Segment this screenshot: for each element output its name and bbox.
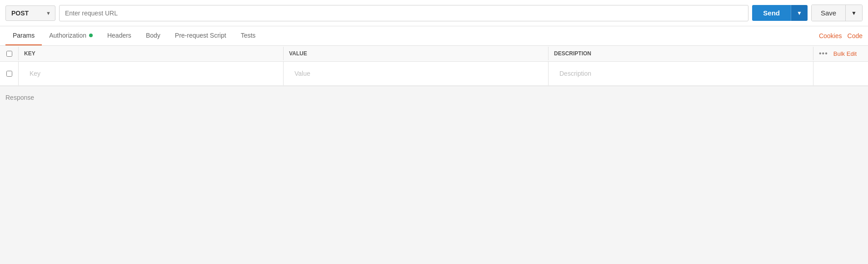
save-button-group: Save ▼: [811, 5, 863, 21]
tabs-right-links: Cookies Code: [819, 32, 863, 39]
cookies-link[interactable]: Cookies: [819, 32, 842, 39]
send-dropdown-button[interactable]: ▼: [791, 5, 808, 21]
col-description-header: DESCRIPTION: [549, 47, 813, 60]
key-input[interactable]: [24, 65, 278, 82]
row-checkbox[interactable]: [6, 71, 12, 77]
tab-authorization-label: Authorization: [49, 32, 86, 39]
response-section: Response: [0, 86, 868, 109]
tab-pre-request-script-label: Pre-request Script: [175, 32, 226, 39]
method-select[interactable]: POST GET PUT DELETE PATCH HEAD OPTIONS: [5, 5, 55, 21]
col-key-header: KEY: [18, 47, 284, 60]
bulk-edit-button[interactable]: Bulk Edit: [833, 50, 857, 57]
col-value-header: VALUE: [284, 47, 549, 60]
row-value-col: [284, 62, 549, 85]
col-actions-header: ••• Bulk Edit: [813, 46, 868, 61]
response-label: Response: [5, 94, 34, 101]
select-all-checkbox[interactable]: [6, 51, 12, 57]
tab-params-label: Params: [13, 32, 35, 39]
value-input[interactable]: [289, 65, 543, 82]
save-dropdown-button[interactable]: ▼: [845, 5, 862, 21]
tab-headers-label: Headers: [107, 32, 131, 39]
row-key-col: [18, 62, 284, 85]
col-key-label: KEY: [24, 50, 35, 57]
tab-pre-request-script[interactable]: Pre-request Script: [168, 26, 234, 45]
tab-tests-label: Tests: [241, 32, 256, 39]
table-header: KEY VALUE DESCRIPTION ••• Bulk Edit: [0, 46, 868, 62]
col-description-label: DESCRIPTION: [554, 50, 591, 57]
tab-params[interactable]: Params: [5, 26, 42, 45]
tab-authorization[interactable]: Authorization: [42, 26, 100, 45]
header-checkbox-col: [0, 47, 18, 60]
col-value-label: VALUE: [289, 50, 307, 57]
description-input[interactable]: [554, 65, 808, 82]
save-button[interactable]: Save: [812, 5, 845, 21]
more-options-icon[interactable]: •••: [819, 49, 828, 58]
authorization-dot-icon: [89, 34, 93, 37]
tab-tests[interactable]: Tests: [234, 26, 263, 45]
params-table: KEY VALUE DESCRIPTION ••• Bulk Edit: [0, 46, 868, 86]
method-select-wrapper: POST GET PUT DELETE PATCH HEAD OPTIONS ▼: [5, 5, 55, 21]
code-link[interactable]: Code: [848, 32, 863, 39]
tabs-bar: Params Authorization Headers Body Pre-re…: [0, 26, 868, 46]
row-description-col: [549, 62, 813, 85]
tab-body[interactable]: Body: [139, 26, 168, 45]
top-bar: POST GET PUT DELETE PATCH HEAD OPTIONS ▼…: [0, 0, 868, 26]
url-input[interactable]: web api URL: [59, 5, 748, 21]
table-row: [0, 62, 868, 86]
send-button-group: Send ▼: [752, 5, 808, 21]
send-button[interactable]: Send: [752, 5, 791, 21]
tab-headers[interactable]: Headers: [100, 26, 139, 45]
row-checkbox-col: [0, 67, 18, 80]
tab-body-label: Body: [146, 32, 160, 39]
row-actions-col: [813, 70, 868, 77]
